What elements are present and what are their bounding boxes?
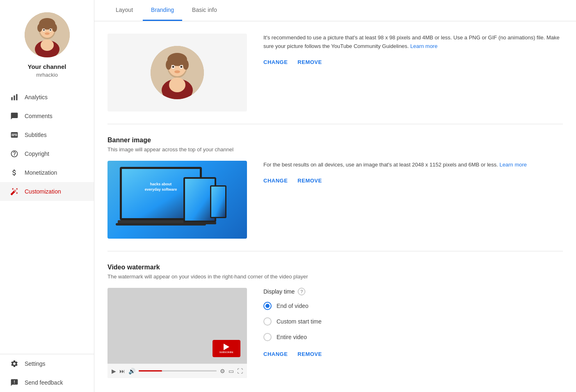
main-content: Layout Branding Basic info: [94, 0, 576, 392]
theater-icon[interactable]: ▭: [229, 368, 234, 374]
svg-point-8: [43, 29, 45, 31]
sidebar-item-customization[interactable]: Customization: [0, 182, 94, 201]
profile-action-btns: CHANGE REMOVE: [263, 59, 563, 65]
sidebar-item-comments[interactable]: Comments: [0, 107, 94, 125]
radio-label-end: End of video: [277, 303, 309, 309]
watermark-change-button[interactable]: CHANGE: [263, 351, 288, 357]
banner-action-btns: CHANGE REMOVE: [263, 178, 563, 184]
svg-point-24: [172, 66, 174, 68]
banner-info: For the best results on all devices, use…: [263, 161, 563, 184]
radio-custom-start[interactable]: Custom start time: [263, 317, 563, 326]
video-controls: ▶ ⏭ 🔊 ⚙ ▭ ⛶: [107, 364, 247, 378]
banner-description: For the best results on all devices, use…: [263, 161, 563, 169]
feedback-icon: [10, 378, 19, 387]
volume-icon[interactable]: 🔊: [128, 368, 135, 374]
banner-remove-button[interactable]: REMOVE: [297, 178, 322, 184]
svg-rect-40: [183, 222, 216, 224]
sidebar-item-analytics-label: Analytics: [25, 94, 48, 100]
svg-point-10: [45, 32, 50, 35]
banner-bg: hacks about everyday software: [107, 161, 247, 239]
settings-icon[interactable]: ⚙: [220, 368, 225, 374]
sidebar-item-settings-label: Settings: [25, 360, 46, 367]
watermark-title: Video watermark: [107, 264, 563, 271]
svg-point-21: [183, 60, 189, 70]
profile-picture-inner: [151, 46, 204, 99]
tab-basic-info[interactable]: Basic info: [184, 0, 225, 21]
profile-picture-body: It's recommended to use a picture that's…: [107, 34, 563, 112]
sidebar-item-subtitles-label: Subtitles: [25, 132, 47, 138]
svg-point-25: [181, 66, 183, 68]
tab-branding[interactable]: Branding: [143, 0, 182, 21]
sidebar-item-monetization[interactable]: Monetization: [0, 163, 94, 182]
svg-point-5: [52, 24, 57, 32]
profile-change-button[interactable]: CHANGE: [263, 59, 288, 65]
yt-subscribe-watermark: SUBSCRIBE: [213, 340, 240, 357]
tab-layout[interactable]: Layout: [107, 0, 141, 21]
radio-label-custom: Custom start time: [277, 318, 322, 325]
profile-picture-section: It's recommended to use a picture that's…: [107, 21, 563, 124]
watermark-subtitle: The watermark will appear on your videos…: [107, 273, 563, 280]
svg-text:everyday software: everyday software: [145, 187, 177, 191]
sidebar-item-comments-label: Comments: [25, 113, 53, 119]
banner-body: hacks about everyday software: [107, 161, 563, 239]
content-area: It's recommended to use a picture that's…: [94, 21, 576, 392]
banner-image-section: Banner image This image will appear acro…: [107, 124, 563, 251]
sidebar-item-copyright[interactable]: Copyright: [0, 144, 94, 163]
tabs-bar: Layout Branding Basic info: [94, 0, 576, 21]
sidebar-bottom: Settings Send feedback: [0, 354, 94, 392]
radio-circle-entire: [263, 333, 272, 341]
svg-point-12: [41, 39, 54, 51]
profile-remove-button[interactable]: REMOVE: [297, 59, 322, 65]
display-time-title: Display time ?: [263, 288, 563, 295]
svg-point-9: [50, 29, 51, 31]
video-gray-area: SUBSCRIBE: [107, 288, 247, 364]
copyright-icon: [10, 149, 19, 158]
radio-group: End of video Custom start time Entire vi…: [263, 302, 563, 341]
sidebar-item-subtitles[interactable]: Subtitles: [0, 125, 94, 144]
channel-handle: mrhackio: [36, 72, 58, 78]
sidebar-nav: Analytics Comments Subtitles Copyright: [0, 88, 94, 201]
svg-rect-14: [14, 96, 15, 100]
sidebar-item-copyright-label: Copyright: [25, 150, 49, 157]
banner-subtitle: This image will appear across the top of…: [107, 146, 563, 153]
profile-description: It's recommended to use a picture that's…: [263, 34, 563, 51]
sidebar-item-analytics[interactable]: Analytics: [0, 88, 94, 107]
magic-icon: [10, 187, 19, 196]
watermark-remove-button[interactable]: REMOVE: [297, 351, 322, 357]
watermark-body: SUBSCRIBE ▶ ⏭ 🔊 ⚙ ▭ ⛶: [107, 288, 563, 378]
banner-title: Banner image: [107, 137, 563, 144]
dollar-icon: [10, 168, 19, 177]
help-icon[interactable]: ?: [298, 288, 305, 295]
fullscreen-icon[interactable]: ⛶: [237, 368, 243, 374]
avatar: [25, 12, 70, 57]
video-watermark-section: Video watermark The watermark will appea…: [107, 251, 563, 390]
display-time-section: Display time ? End of video Custom start…: [263, 288, 563, 357]
watermark-action-btns: CHANGE REMOVE: [263, 351, 563, 357]
sidebar-item-settings[interactable]: Settings: [0, 354, 94, 373]
svg-text:hacks about: hacks about: [150, 182, 172, 186]
banner-learn-more-link[interactable]: Learn more: [500, 162, 527, 168]
svg-rect-39: [211, 187, 225, 217]
sidebar-item-feedback[interactable]: Send feedback: [0, 373, 94, 392]
svg-point-4: [37, 24, 42, 32]
radio-circle-custom: [263, 317, 272, 326]
sidebar-item-monetization-label: Monetization: [25, 169, 57, 176]
radio-circle-end: [263, 302, 272, 310]
sidebar-item-feedback-label: Send feedback: [25, 379, 63, 386]
svg-point-26: [174, 71, 180, 73]
progress-bar: [139, 370, 217, 371]
subtitles-icon: [10, 130, 19, 139]
svg-rect-15: [16, 94, 17, 100]
radio-entire-video[interactable]: Entire video: [263, 333, 563, 341]
radio-end-of-video[interactable]: End of video: [263, 302, 563, 310]
comment-icon: [10, 112, 19, 121]
sidebar-item-customization-label: Customization: [25, 188, 61, 195]
banner-change-button[interactable]: CHANGE: [263, 178, 288, 184]
bar-chart-icon: [10, 93, 19, 102]
play-icon[interactable]: ▶: [112, 368, 116, 374]
svg-point-28: [169, 77, 185, 92]
profile-learn-more-link[interactable]: Learn more: [410, 43, 437, 49]
skip-icon[interactable]: ⏭: [119, 368, 125, 374]
video-preview: SUBSCRIBE ▶ ⏭ 🔊 ⚙ ▭ ⛶: [107, 288, 247, 378]
svg-rect-13: [11, 97, 13, 100]
